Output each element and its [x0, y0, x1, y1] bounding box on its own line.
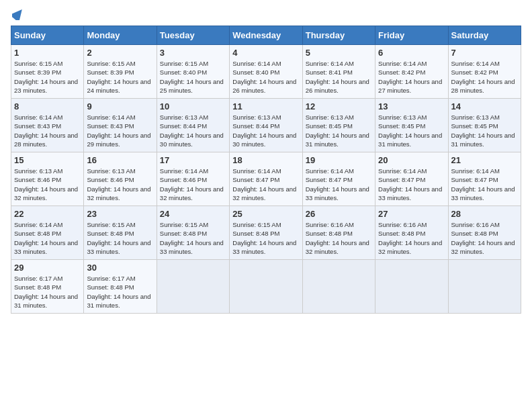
page-header	[11, 11, 521, 20]
calendar-cell: 17Sunrise: 6:14 AMSunset: 8:46 PMDayligh…	[157, 152, 229, 206]
calendar-cell: 5Sunrise: 6:14 AMSunset: 8:41 PMDaylight…	[302, 45, 375, 99]
day-info: Sunrise: 6:13 AMSunset: 8:45 PMDaylight:…	[306, 113, 372, 148]
day-number: 9	[87, 101, 153, 111]
calendar-cell: 27Sunrise: 6:16 AMSunset: 8:48 PMDayligh…	[375, 206, 448, 260]
day-info: Sunrise: 6:14 AMSunset: 8:47 PMDaylight:…	[451, 167, 518, 202]
header-friday: Friday	[375, 26, 448, 45]
logo-icon	[12, 8, 24, 20]
calendar-cell: 11Sunrise: 6:13 AMSunset: 8:44 PMDayligh…	[230, 99, 302, 152]
day-number: 10	[160, 101, 226, 111]
day-info: Sunrise: 6:16 AMSunset: 8:48 PMDaylight:…	[306, 220, 372, 256]
day-info: Sunrise: 6:16 AMSunset: 8:48 PMDaylight:…	[451, 220, 518, 256]
calendar-cell	[230, 260, 302, 314]
calendar-cell: 12Sunrise: 6:13 AMSunset: 8:45 PMDayligh…	[302, 99, 375, 152]
day-number: 4	[232, 48, 299, 58]
day-info: Sunrise: 6:17 AMSunset: 8:48 PMDaylight:…	[87, 274, 153, 310]
calendar-cell: 16Sunrise: 6:13 AMSunset: 8:46 PMDayligh…	[84, 152, 157, 206]
day-info: Sunrise: 6:14 AMSunset: 8:43 PMDaylight:…	[14, 113, 81, 148]
calendar-cell: 29Sunrise: 6:17 AMSunset: 8:48 PMDayligh…	[11, 260, 84, 314]
day-number: 28	[451, 209, 518, 219]
day-number: 26	[306, 209, 372, 219]
day-number: 8	[14, 101, 81, 111]
day-number: 6	[378, 48, 445, 58]
day-info: Sunrise: 6:15 AMSunset: 8:48 PMDaylight:…	[232, 220, 299, 256]
day-number: 20	[378, 155, 445, 165]
header-sunday: Sunday	[11, 26, 84, 45]
day-number: 30	[87, 263, 153, 273]
header-saturday: Saturday	[448, 26, 521, 45]
day-info: Sunrise: 6:14 AMSunset: 8:40 PMDaylight:…	[232, 59, 299, 95]
day-number: 21	[451, 155, 518, 165]
calendar-cell: 8Sunrise: 6:14 AMSunset: 8:43 PMDaylight…	[11, 99, 84, 152]
calendar-cell: 7Sunrise: 6:14 AMSunset: 8:42 PMDaylight…	[448, 45, 521, 99]
day-number: 11	[232, 101, 299, 111]
day-info: Sunrise: 6:13 AMSunset: 8:46 PMDaylight:…	[87, 167, 153, 202]
day-info: Sunrise: 6:17 AMSunset: 8:48 PMDaylight:…	[14, 274, 81, 310]
day-number: 27	[378, 209, 445, 219]
calendar-week-row: 15Sunrise: 6:13 AMSunset: 8:46 PMDayligh…	[11, 152, 521, 206]
calendar-cell: 25Sunrise: 6:15 AMSunset: 8:48 PMDayligh…	[230, 206, 302, 260]
day-info: Sunrise: 6:14 AMSunset: 8:47 PMDaylight:…	[306, 167, 372, 202]
calendar-cell: 9Sunrise: 6:14 AMSunset: 8:43 PMDaylight…	[84, 99, 157, 152]
calendar-cell: 14Sunrise: 6:13 AMSunset: 8:45 PMDayligh…	[448, 99, 521, 152]
day-info: Sunrise: 6:14 AMSunset: 8:47 PMDaylight:…	[232, 167, 299, 202]
calendar-cell: 23Sunrise: 6:15 AMSunset: 8:48 PMDayligh…	[84, 206, 157, 260]
day-number: 15	[14, 155, 81, 165]
day-info: Sunrise: 6:15 AMSunset: 8:39 PMDaylight:…	[87, 59, 153, 95]
svg-marker-0	[12, 8, 24, 20]
calendar-cell: 3Sunrise: 6:15 AMSunset: 8:40 PMDaylight…	[157, 45, 229, 99]
day-number: 29	[14, 263, 81, 273]
day-info: Sunrise: 6:14 AMSunset: 8:42 PMDaylight:…	[451, 59, 518, 95]
day-info: Sunrise: 6:15 AMSunset: 8:48 PMDaylight:…	[160, 220, 226, 256]
calendar-cell: 22Sunrise: 6:14 AMSunset: 8:48 PMDayligh…	[11, 206, 84, 260]
calendar-cell	[157, 260, 229, 314]
day-info: Sunrise: 6:13 AMSunset: 8:44 PMDaylight:…	[232, 113, 299, 148]
calendar-cell: 4Sunrise: 6:14 AMSunset: 8:40 PMDaylight…	[230, 45, 302, 99]
day-info: Sunrise: 6:15 AMSunset: 8:39 PMDaylight:…	[14, 59, 81, 95]
calendar-cell: 18Sunrise: 6:14 AMSunset: 8:47 PMDayligh…	[230, 152, 302, 206]
day-number: 2	[87, 48, 153, 58]
calendar-cell: 13Sunrise: 6:13 AMSunset: 8:45 PMDayligh…	[375, 99, 448, 152]
day-number: 3	[160, 48, 226, 58]
calendar-cell	[302, 260, 375, 314]
calendar-cell: 10Sunrise: 6:13 AMSunset: 8:44 PMDayligh…	[157, 99, 229, 152]
calendar-cell: 15Sunrise: 6:13 AMSunset: 8:46 PMDayligh…	[11, 152, 84, 206]
calendar-week-row: 1Sunrise: 6:15 AMSunset: 8:39 PMDaylight…	[11, 45, 521, 99]
calendar-cell	[448, 260, 521, 314]
day-number: 12	[306, 101, 372, 111]
calendar-cell: 6Sunrise: 6:14 AMSunset: 8:42 PMDaylight…	[375, 45, 448, 99]
day-number: 5	[306, 48, 372, 58]
calendar-cell: 2Sunrise: 6:15 AMSunset: 8:39 PMDaylight…	[84, 45, 157, 99]
header-tuesday: Tuesday	[157, 26, 229, 45]
day-number: 7	[451, 48, 518, 58]
day-info: Sunrise: 6:13 AMSunset: 8:45 PMDaylight:…	[378, 113, 445, 148]
day-number: 14	[451, 101, 518, 111]
day-number: 16	[87, 155, 153, 165]
calendar-cell	[375, 260, 448, 314]
day-info: Sunrise: 6:14 AMSunset: 8:47 PMDaylight:…	[378, 167, 445, 202]
calendar-cell: 26Sunrise: 6:16 AMSunset: 8:48 PMDayligh…	[302, 206, 375, 260]
day-info: Sunrise: 6:14 AMSunset: 8:48 PMDaylight:…	[14, 220, 81, 256]
day-info: Sunrise: 6:14 AMSunset: 8:41 PMDaylight:…	[306, 59, 372, 95]
day-number: 18	[232, 155, 299, 165]
header-thursday: Thursday	[302, 26, 375, 45]
calendar-week-row: 8Sunrise: 6:14 AMSunset: 8:43 PMDaylight…	[11, 99, 521, 152]
calendar-cell: 20Sunrise: 6:14 AMSunset: 8:47 PMDayligh…	[375, 152, 448, 206]
calendar-cell: 24Sunrise: 6:15 AMSunset: 8:48 PMDayligh…	[157, 206, 229, 260]
calendar-cell: 19Sunrise: 6:14 AMSunset: 8:47 PMDayligh…	[302, 152, 375, 206]
day-info: Sunrise: 6:14 AMSunset: 8:46 PMDaylight:…	[160, 167, 226, 202]
calendar-cell: 30Sunrise: 6:17 AMSunset: 8:48 PMDayligh…	[84, 260, 157, 314]
day-info: Sunrise: 6:14 AMSunset: 8:42 PMDaylight:…	[378, 59, 445, 95]
day-info: Sunrise: 6:13 AMSunset: 8:46 PMDaylight:…	[14, 167, 81, 202]
header-monday: Monday	[84, 26, 157, 45]
day-number: 24	[160, 209, 226, 219]
logo	[11, 11, 24, 20]
day-info: Sunrise: 6:13 AMSunset: 8:45 PMDaylight:…	[451, 113, 518, 148]
calendar-cell: 21Sunrise: 6:14 AMSunset: 8:47 PMDayligh…	[448, 152, 521, 206]
calendar-week-row: 22Sunrise: 6:14 AMSunset: 8:48 PMDayligh…	[11, 206, 521, 260]
day-number: 23	[87, 209, 153, 219]
day-number: 13	[378, 101, 445, 111]
calendar-week-row: 29Sunrise: 6:17 AMSunset: 8:48 PMDayligh…	[11, 260, 521, 314]
calendar-cell: 28Sunrise: 6:16 AMSunset: 8:48 PMDayligh…	[448, 206, 521, 260]
day-info: Sunrise: 6:16 AMSunset: 8:48 PMDaylight:…	[378, 220, 445, 256]
